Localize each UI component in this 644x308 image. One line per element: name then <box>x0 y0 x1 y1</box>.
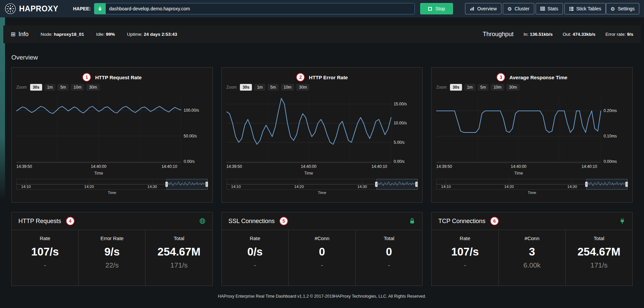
stat-subvalue: - <box>222 261 288 269</box>
zoom-button-1m[interactable]: 1m <box>464 84 475 91</box>
stat-value: 3 <box>499 245 565 258</box>
nav-tick: 14:10 <box>21 185 31 189</box>
plot-area[interactable]: 0.20ms0.10ms0.00ms <box>436 94 628 163</box>
nav-button-stick-tables[interactable]: Stick Tables <box>564 3 606 14</box>
zoom-selector: Zoom 30s 1m 5m 10m 30m <box>436 83 628 92</box>
x-axis-title: Time <box>16 171 181 176</box>
stat-col-header: #Conn <box>289 235 355 241</box>
settings-button[interactable]: ⚙ Settings <box>606 3 639 14</box>
x-axis-title: Time <box>436 171 601 176</box>
y-axis-label: 0.00/s <box>184 159 195 164</box>
nav-button-stats[interactable]: Stats <box>536 3 563 14</box>
y-axis-label: 0.00/s <box>394 159 405 164</box>
nav-label-stick-tables: Stick Tables <box>576 6 601 11</box>
zoom-button-10m[interactable]: 10m <box>491 84 504 91</box>
zoom-button-30s[interactable]: 30s <box>240 84 252 91</box>
zoom-button-30s[interactable]: 30s <box>30 84 42 91</box>
stat-col-header: Total <box>566 235 632 241</box>
nav-label-cluster: Cluster <box>515 6 529 11</box>
settings-label: Settings <box>618 6 635 11</box>
chart-panel-average-response-time: 3 Average Response Time Zoom 30s 1m 5m 1… <box>431 67 633 203</box>
stat-value: 9/s <box>79 245 145 258</box>
chart-navigator[interactable]: 14:10 14:20 14:30 <box>16 179 208 190</box>
expand-icon: ⊞ <box>11 31 15 38</box>
zoom-button-30m[interactable]: 30m <box>507 84 520 91</box>
y-axis-label: 100.00/s <box>184 108 199 113</box>
zoom-button-30s[interactable]: 30s <box>450 84 462 91</box>
stop-icon <box>428 7 432 11</box>
stat-subvalue: - <box>289 261 355 269</box>
zoom-button-10m[interactable]: 10m <box>71 84 84 91</box>
stat-subvalue: - <box>432 261 498 269</box>
url-input[interactable] <box>106 3 415 14</box>
x-tick: 14:40:10 <box>162 164 177 169</box>
stop-button[interactable]: Stop <box>420 3 453 14</box>
stat-value: 0 <box>356 245 422 258</box>
nav-tick: 14:20 <box>504 185 514 189</box>
footer-text: HAProxy Enterprise Real Time Dashboard v… <box>11 294 633 299</box>
zoom-button-30m[interactable]: 30m <box>86 84 99 91</box>
info-bar: ⊞ Info Node: haproxy18_01 Idle: 99% Upti… <box>3 25 641 43</box>
navigator-handle-left[interactable] <box>165 182 168 187</box>
nav-button-cluster[interactable]: ⚙ Cluster <box>503 3 534 14</box>
step-badge-5: 5 <box>279 217 288 225</box>
stats-row: HTTP Requests 4 Rate 107/s - Error Rate <box>11 212 633 286</box>
chart-navigator[interactable]: 14:10 14:20 14:30 <box>226 179 418 190</box>
navigator-handle-right[interactable] <box>625 182 628 187</box>
globe-icon <box>199 218 206 224</box>
nav-tick: 14:20 <box>84 185 94 189</box>
error-rate-label: Error rate: <box>606 32 626 37</box>
gear-icon: ⚙ <box>611 6 615 11</box>
idle-value: 99% <box>106 32 115 37</box>
nav-tick: 14:30 <box>567 185 577 189</box>
stat-subvalue: 171/s <box>566 261 632 269</box>
gears-icon: ⚙ <box>508 6 512 11</box>
stat-subvalue: 171/s <box>146 261 212 269</box>
plot-area[interactable]: 15.00/s10.00/s5.00/s0.00/s <box>226 94 418 163</box>
haproxy-logo: HAPROXY <box>5 3 58 14</box>
navigator-handle-left[interactable] <box>375 182 378 187</box>
zoom-button-10m[interactable]: 10m <box>281 84 294 91</box>
nav-tick: 14:30 <box>147 185 157 189</box>
stat-col-error-rate: Error Rate 9/s 22/s <box>78 230 145 286</box>
navigator-handle-right[interactable] <box>415 182 418 187</box>
charts-row: 1 HTTP Request Rate Zoom 30s 1m 5m 10m 3… <box>11 67 633 203</box>
zoom-button-5m[interactable]: 5m <box>58 84 69 91</box>
chart-title: HTTP Error Rate <box>309 75 348 80</box>
info-section-toggle[interactable]: ⊞ Info <box>11 31 28 38</box>
idle-label: Idle: <box>96 32 105 37</box>
brand-text: HAPROXY <box>19 4 58 13</box>
nav-tick: 14:30 <box>357 185 367 189</box>
stat-subvalue: 22/s <box>79 261 145 269</box>
list-icon <box>569 6 574 11</box>
lock-icon <box>409 218 416 224</box>
stat-value: 254.67M <box>566 245 632 258</box>
x-tick: 14:40:00 <box>301 164 316 169</box>
out-value: 474.33kb/s <box>572 32 595 37</box>
x-tick: 14:40:10 <box>372 164 387 169</box>
node-info: Node: haproxy18_01 <box>40 32 84 37</box>
zoom-button-5m[interactable]: 5m <box>268 84 279 91</box>
zoom-button-30m[interactable]: 30m <box>296 84 309 91</box>
zoom-button-5m[interactable]: 5m <box>478 84 489 91</box>
step-badge-2: 2 <box>296 73 305 82</box>
x-tick: 14:39:50 <box>16 164 32 169</box>
stat-col-header: Rate <box>432 235 498 241</box>
plot-area[interactable]: 100.00/s50.00/s0.00/s <box>16 94 208 163</box>
stat-col-conn: #Conn 3 6.00k <box>498 230 565 286</box>
chart-panel-http-error-rate: 2 HTTP Error Rate Zoom 30s 1m 5m 10m 30m… <box>221 67 423 203</box>
out-label: Out: <box>563 32 571 37</box>
zoom-button-1m[interactable]: 1m <box>254 84 265 91</box>
uptime-label: Uptime: <box>127 32 143 37</box>
nav-tick: 14:20 <box>294 185 304 189</box>
zoom-label: Zoom <box>436 85 447 90</box>
navigator-handle-right[interactable] <box>205 182 208 187</box>
zoom-selector: Zoom 30s 1m 5m 10m 30m <box>16 83 208 92</box>
table-icon <box>540 6 545 11</box>
navigator-handle-left[interactable] <box>585 182 588 187</box>
stat-col-rate: Rate 107/s - <box>432 230 498 286</box>
zoom-button-1m[interactable]: 1m <box>44 84 56 91</box>
nav-button-overview[interactable]: Overview <box>465 3 501 14</box>
nav-label-stats: Stats <box>548 6 558 11</box>
chart-navigator[interactable]: 14:10 14:20 14:30 <box>436 179 628 190</box>
